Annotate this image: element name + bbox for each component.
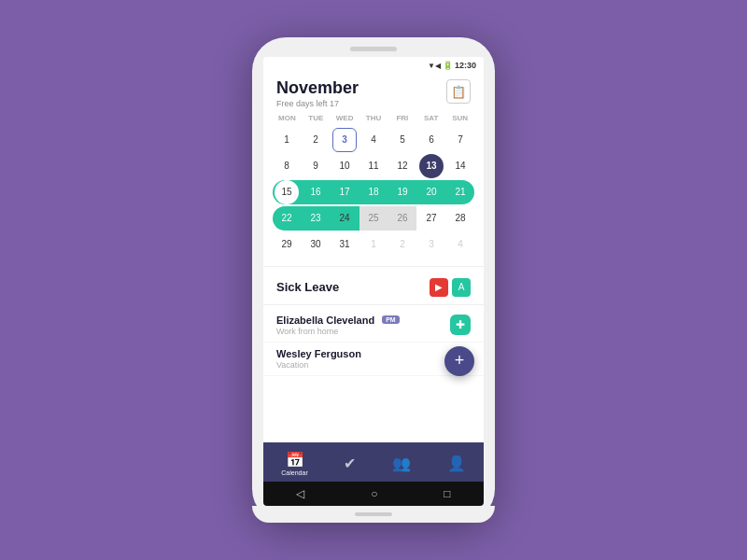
event-elizabella-sub: Work from home xyxy=(276,327,400,336)
divider-2 xyxy=(263,304,484,305)
cal-day-13-selected[interactable]: 13 xyxy=(419,154,444,178)
home-indicator xyxy=(355,512,392,516)
cal-day-7[interactable]: 7 xyxy=(448,128,472,152)
calendar-week-2: 8 9 10 11 12 13 14 xyxy=(273,154,474,178)
event-wesley-sub: Vacation xyxy=(276,360,361,370)
day-label-wed: WED xyxy=(331,112,359,124)
nav-profile[interactable]: 👤 xyxy=(447,455,466,472)
calendar-week-1: 1 2 3 4 5 6 7 xyxy=(273,128,474,152)
cal-day-24[interactable]: 24 xyxy=(332,206,357,231)
event-elizabella-action[interactable]: ✚ xyxy=(450,315,471,335)
cal-day-14[interactable]: 14 xyxy=(448,154,472,178)
event-item-wesley: Wesley Ferguson Vacation + xyxy=(263,343,484,376)
android-home-btn[interactable]: ○ xyxy=(371,487,377,500)
signal-icon: ▼◀ xyxy=(428,62,441,70)
status-time: 12:30 xyxy=(455,61,476,70)
events-section: Sick Leave ▶ A Elizabella Cleveland PM W… xyxy=(263,271,484,442)
cal-day-next-4[interactable]: 4 xyxy=(448,232,472,257)
phone-screen: ▼◀ 🔋 12:30 November Free days left 17 📋 … xyxy=(263,57,484,506)
android-nav: ◁ ○ □ xyxy=(263,482,484,506)
cal-day-8[interactable]: 8 xyxy=(275,154,299,178)
nav-team[interactable]: 👥 xyxy=(392,455,411,472)
cal-day-17[interactable]: 17 xyxy=(332,180,357,204)
cal-day-23[interactable]: 23 xyxy=(303,206,328,231)
cal-day-18[interactable]: 18 xyxy=(361,180,386,204)
event-elizabella-info: Elizabella Cleveland PM Work from home xyxy=(276,315,400,336)
nav-calendar[interactable]: 📅 Calendar xyxy=(281,451,307,476)
sick-leave-icons: ▶ A xyxy=(430,278,471,297)
phone-frame: ▼◀ 🔋 12:30 November Free days left 17 📋 … xyxy=(252,37,495,523)
cal-day-21[interactable]: 21 xyxy=(448,180,472,204)
cal-day-5[interactable]: 5 xyxy=(390,128,415,152)
header-text: November Free days left 17 xyxy=(276,79,359,108)
event-item-elizabella: Elizabella Cleveland PM Work from home ✚ xyxy=(263,309,484,343)
day-label-mon: MON xyxy=(273,112,302,124)
cal-day-30[interactable]: 30 xyxy=(303,232,328,257)
cal-day-22[interactable]: 22 xyxy=(275,206,299,231)
divider-1 xyxy=(263,266,484,267)
day-label-fri: FRI xyxy=(388,112,416,124)
cal-day-20[interactable]: 20 xyxy=(419,180,444,204)
cal-day-28[interactable]: 28 xyxy=(448,206,472,231)
cal-day-next-3[interactable]: 3 xyxy=(419,232,444,257)
cal-day-next-1[interactable]: 1 xyxy=(361,232,386,257)
cal-day-6[interactable]: 6 xyxy=(419,128,444,152)
day-labels-row: MON TUE WED THU FRI SAT SUN xyxy=(273,112,474,124)
calendar-week-3: 15 16 17 18 19 20 21 xyxy=(273,180,474,204)
free-days-subtitle: Free days left 17 xyxy=(276,99,359,108)
sick-leave-header: Sick Leave ▶ A xyxy=(263,271,484,301)
day-label-tue: TUE xyxy=(302,112,331,124)
cal-day-12[interactable]: 12 xyxy=(390,154,415,178)
nav-profile-icon: 👤 xyxy=(447,455,466,472)
cal-day-next-2[interactable]: 2 xyxy=(390,232,415,257)
event-elizabella-badge: PM xyxy=(382,315,400,324)
phone-bottom xyxy=(252,506,495,523)
cal-day-29[interactable]: 29 xyxy=(275,232,299,257)
day-label-sat: SAT xyxy=(416,112,445,124)
month-title: November xyxy=(276,79,359,98)
nav-calendar-icon: 📅 xyxy=(286,451,304,469)
calendar-grid: 1 2 3 4 5 6 7 8 9 10 11 12 13 14 xyxy=(273,128,474,257)
speaker xyxy=(350,47,397,51)
cal-day-9[interactable]: 9 xyxy=(303,154,328,178)
cal-day-11[interactable]: 11 xyxy=(361,154,386,178)
cal-day-31[interactable]: 31 xyxy=(332,232,357,257)
sick-leave-title: Sick Leave xyxy=(276,280,339,294)
cal-day-19[interactable]: 19 xyxy=(390,180,415,204)
cal-day-16[interactable]: 16 xyxy=(303,180,328,204)
cal-day-15[interactable]: 15 xyxy=(275,180,299,204)
fab-add-button[interactable]: + xyxy=(444,346,474,376)
bottom-nav: 📅 Calendar ✔ 👥 👤 xyxy=(263,442,484,482)
cal-day-1[interactable]: 1 xyxy=(275,128,299,152)
sick-leave-play-icon[interactable]: ▶ xyxy=(430,278,448,297)
cal-day-25[interactable]: 25 xyxy=(361,206,386,231)
event-elizabella-name: Elizabella Cleveland xyxy=(276,315,374,326)
event-wesley-info: Wesley Ferguson Vacation xyxy=(276,348,361,370)
app-header: November Free days left 17 📋 xyxy=(263,74,484,112)
cal-day-2[interactable]: 2 xyxy=(303,128,328,152)
cal-day-3-today[interactable]: 3 xyxy=(332,128,357,152)
nav-team-icon: 👥 xyxy=(392,455,411,472)
cal-day-26[interactable]: 26 xyxy=(390,206,415,231)
calendar-week-4: 22 23 24 25 26 27 28 xyxy=(273,206,474,231)
sick-leave-add-icon[interactable]: A xyxy=(452,278,471,297)
nav-tasks-icon: ✔ xyxy=(344,455,356,472)
calendar-week-5: 29 30 31 1 2 3 4 xyxy=(273,232,474,257)
status-icons: ▼◀ 🔋 12:30 xyxy=(428,61,476,70)
nav-tasks[interactable]: ✔ xyxy=(344,455,356,472)
nav-calendar-label: Calendar xyxy=(281,469,307,476)
android-recent-btn[interactable]: □ xyxy=(444,487,450,500)
status-bar: ▼◀ 🔋 12:30 xyxy=(263,57,484,74)
cal-day-27[interactable]: 27 xyxy=(419,206,444,231)
day-label-sun: SUN xyxy=(445,112,474,124)
calendar-icon-btn[interactable]: 📋 xyxy=(446,79,471,104)
calendar: MON TUE WED THU FRI SAT SUN 1 2 3 4 5 6 … xyxy=(263,112,484,262)
battery-icon: 🔋 xyxy=(443,61,453,70)
event-wesley-name: Wesley Ferguson xyxy=(276,348,361,359)
android-back-btn[interactable]: ◁ xyxy=(296,487,304,500)
cal-day-10[interactable]: 10 xyxy=(332,154,357,178)
day-label-thu: THU xyxy=(359,112,388,124)
cal-day-4[interactable]: 4 xyxy=(361,128,386,152)
